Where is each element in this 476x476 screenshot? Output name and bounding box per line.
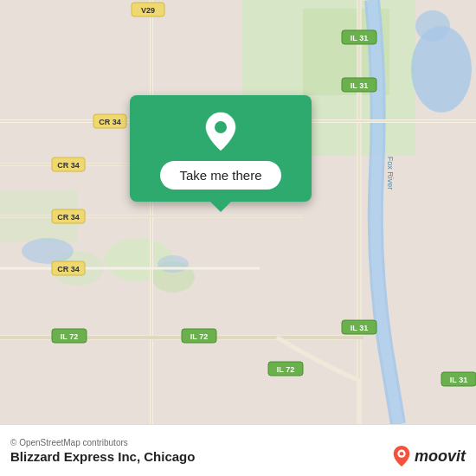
svg-text:CR 34: CR 34: [99, 118, 121, 126]
svg-text:IL 72: IL 72: [61, 332, 78, 341]
popup-card: Take me there: [130, 95, 312, 202]
take-me-there-button[interactable]: Take me there: [160, 161, 280, 190]
svg-text:CR 34: CR 34: [57, 265, 80, 273]
map-background: V29 IL 31 IL 31 CR 34 CR 34 CR 34 CR 34 …: [0, 0, 476, 424]
svg-point-49: [215, 121, 227, 133]
svg-text:IL 72: IL 72: [277, 365, 294, 374]
svg-point-9: [22, 238, 74, 264]
svg-text:CR 34: CR 34: [57, 161, 80, 170]
svg-text:V29: V29: [141, 6, 155, 15]
svg-text:CR 34: CR 34: [57, 213, 80, 222]
svg-text:IL 31: IL 31: [351, 81, 368, 90]
svg-text:IL 31: IL 31: [351, 324, 368, 332]
svg-text:Fox River: Fox River: [386, 157, 395, 190]
svg-text:IL 72: IL 72: [190, 332, 208, 341]
svg-point-8: [415, 10, 450, 42]
svg-text:IL 31: IL 31: [351, 34, 368, 42]
svg-point-51: [400, 452, 404, 456]
moovit-pin-icon: [392, 445, 411, 467]
location-pin-icon: [200, 111, 241, 152]
map-container: V29 IL 31 IL 31 CR 34 CR 34 CR 34 CR 34 …: [0, 0, 476, 424]
bottom-bar: © OpenStreetMap contributors Blizzard Ex…: [0, 424, 476, 476]
svg-point-10: [158, 255, 189, 273]
moovit-text: moovit: [415, 447, 466, 466]
svg-text:IL 31: IL 31: [450, 376, 467, 384]
moovit-logo: moovit: [392, 445, 466, 467]
